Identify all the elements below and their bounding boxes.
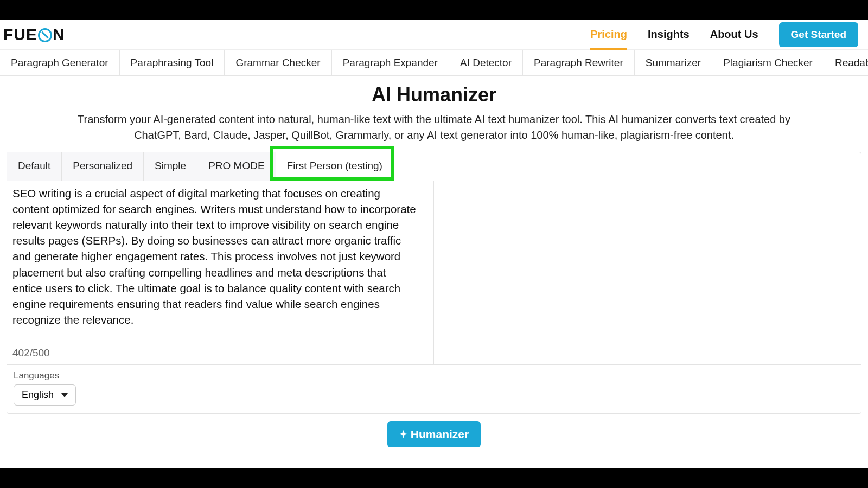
- tool-paraphrasing[interactable]: Paraphrasing Tool: [120, 50, 225, 75]
- tool-readability[interactable]: Readability: [824, 50, 868, 75]
- nav-pricing[interactable]: Pricing: [590, 28, 627, 50]
- language-label: Languages: [14, 370, 854, 381]
- tab-simple[interactable]: Simple: [144, 152, 197, 181]
- language-row: Languages English: [7, 364, 861, 413]
- tools-nav: Paragraph Generator Paraphrasing Tool Gr…: [0, 50, 868, 76]
- input-pane: 402/500: [7, 181, 434, 364]
- tool-summarizer[interactable]: Summarizer: [635, 50, 712, 75]
- tool-plagiarism-checker[interactable]: Plagiarism Checker: [712, 50, 824, 75]
- hero: AI Humanizer Transform your AI-generated…: [0, 76, 868, 150]
- page-title: AI Humanizer: [65, 84, 803, 106]
- mode-tabs: Default Personalized Simple PRO MODE Fir…: [7, 152, 861, 181]
- tool-ai-detector[interactable]: AI Detector: [449, 50, 523, 75]
- humanize-button-label: Humanizer: [411, 428, 469, 441]
- brand-logo[interactable]: FUE N: [3, 25, 65, 44]
- word-counter: 402/500: [7, 344, 433, 364]
- workspace: Default Personalized Simple PRO MODE Fir…: [7, 152, 861, 414]
- magic-wand-icon: ✦: [399, 428, 407, 440]
- nav-about[interactable]: About Us: [710, 28, 758, 41]
- panes: 402/500: [7, 181, 861, 364]
- tab-personalized[interactable]: Personalized: [62, 152, 144, 181]
- chevron-down-icon: [61, 393, 68, 397]
- brand-o-icon: [38, 28, 52, 42]
- brand-text-post: N: [53, 25, 65, 44]
- tab-first-person[interactable]: First Person (testing): [276, 152, 394, 181]
- nav-insights[interactable]: Insights: [648, 28, 690, 41]
- page-subtitle: Transform your AI-generated content into…: [65, 112, 803, 143]
- input-textarea[interactable]: [7, 181, 433, 342]
- tab-pro-mode[interactable]: PRO MODE: [197, 152, 276, 181]
- tool-grammar-checker[interactable]: Grammar Checker: [225, 50, 331, 75]
- tab-default[interactable]: Default: [7, 152, 62, 181]
- brand-text-pre: FUE: [3, 25, 37, 44]
- humanize-button[interactable]: ✦ Humanizer: [387, 421, 481, 447]
- language-select[interactable]: English: [14, 384, 76, 406]
- tool-paragraph-expander[interactable]: Paragraph Expander: [332, 50, 449, 75]
- language-selected: English: [22, 389, 54, 401]
- primary-nav: Pricing Insights About Us Get Started: [590, 19, 865, 50]
- get-started-button[interactable]: Get Started: [779, 22, 858, 47]
- header: FUE N Pricing Insights About Us Get Star…: [0, 20, 868, 50]
- action-row: ✦ Humanizer: [0, 414, 868, 447]
- tool-paragraph-rewriter[interactable]: Paragraph Rewriter: [523, 50, 635, 75]
- tool-paragraph-generator[interactable]: Paragraph Generator: [0, 50, 120, 75]
- output-pane: [434, 181, 861, 364]
